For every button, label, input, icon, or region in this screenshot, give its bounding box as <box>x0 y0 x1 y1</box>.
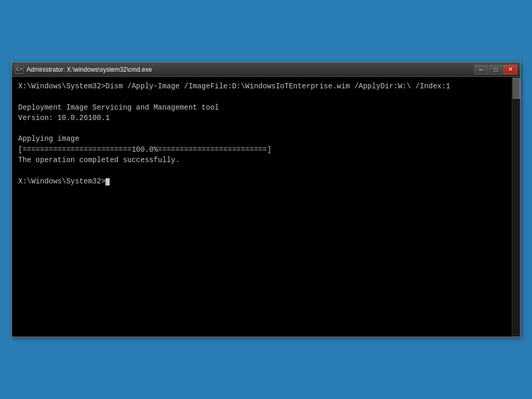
window-title: Administrator: X:\windows\system32\cmd.e… <box>26 66 152 73</box>
cursor <box>105 178 110 185</box>
minimize-button[interactable]: ─ <box>474 65 488 74</box>
console-result: The operation completed successfully. <box>18 155 514 165</box>
title-bar-left: C> Administrator: X:\windows\system32\cm… <box>15 65 152 74</box>
title-bar-buttons: ─ □ ✕ <box>474 65 517 74</box>
console-line2: Version: 10.0.26100.1 <box>18 113 514 123</box>
console-progress: [=========================100.0%========… <box>18 144 514 155</box>
cmd-window: C> Administrator: X:\windows\system32\cm… <box>11 62 521 337</box>
maximize-button[interactable]: □ <box>489 65 502 74</box>
console-prompt: X:\Windows\System32> <box>18 176 514 187</box>
console-blank-3 <box>18 165 514 176</box>
scrollbar[interactable] <box>512 77 520 337</box>
title-bar: C> Administrator: X:\windows\system32\cm… <box>12 62 520 77</box>
console-command: X:\Windows\System32>Dism /Apply-Image /I… <box>18 81 514 91</box>
scrollbar-thumb[interactable] <box>513 78 520 99</box>
cmd-icon: C> <box>15 65 23 74</box>
close-button[interactable]: ✕ <box>503 65 517 74</box>
console-line3: Applying image <box>18 134 514 144</box>
console-output: X:\Windows\System32>Dism /Apply-Image /I… <box>12 77 520 337</box>
console-blank-1 <box>18 91 514 102</box>
console-blank-2 <box>18 123 514 134</box>
console-line1: Deployment Image Servicing and Managemen… <box>18 102 514 113</box>
